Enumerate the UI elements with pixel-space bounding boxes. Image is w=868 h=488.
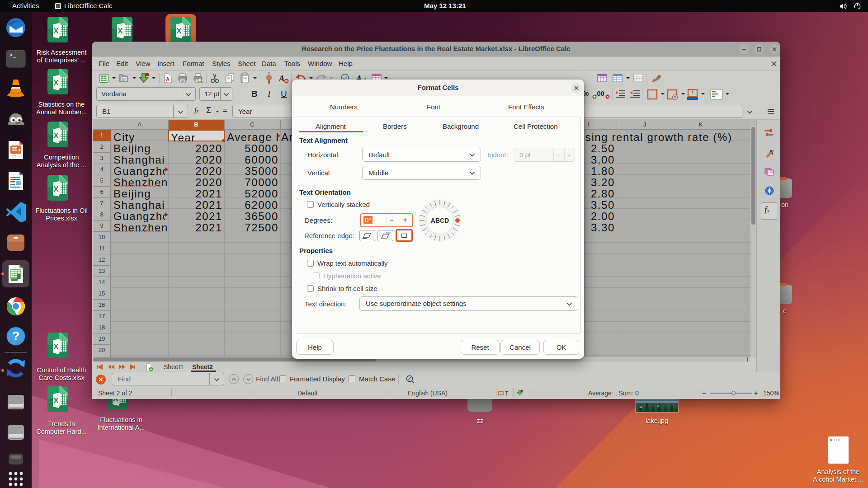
svg-text:ABCD: ABCD [431,217,449,224]
svg-text:?: ? [12,329,20,343]
svg-text:A: A [166,76,170,82]
svg-text:I: I [505,390,509,396]
svg-text:A: A [278,74,285,83]
svg-text:>_: >_ [9,52,16,59]
